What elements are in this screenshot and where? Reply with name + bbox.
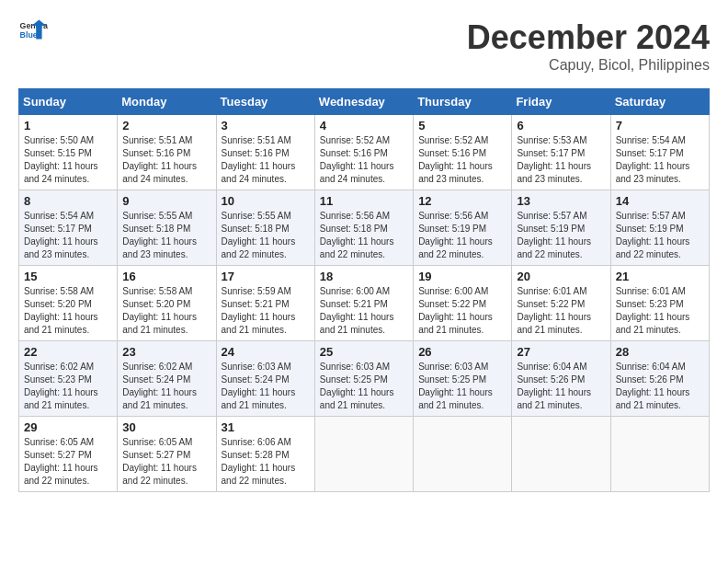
calendar-header-row: Sunday Monday Tuesday Wednesday Thursday… <box>19 89 710 115</box>
page-header: General Blue December 2024 Capuy, Bicol,… <box>18 18 710 74</box>
day-number: 11 <box>320 194 408 208</box>
day-number: 4 <box>320 119 408 132</box>
title-area: December 2024 Capuy, Bicol, Philippines <box>467 18 710 74</box>
day-number: 31 <box>222 420 310 434</box>
day-info: Sunrise: 5:58 AM Sunset: 5:20 PM Dayligh… <box>122 285 210 337</box>
day-info: Sunrise: 5:56 AM Sunset: 5:18 PM Dayligh… <box>320 210 408 261</box>
day-number: 22 <box>24 345 112 359</box>
day-info: Sunrise: 6:02 AM Sunset: 5:23 PM Dayligh… <box>24 361 112 412</box>
day-info: Sunrise: 5:57 AM Sunset: 5:19 PM Dayligh… <box>517 210 605 261</box>
day-number: 18 <box>320 270 408 283</box>
day-info: Sunrise: 5:50 AM Sunset: 5:15 PM Dayligh… <box>24 134 112 186</box>
day-info: Sunrise: 5:52 AM Sunset: 5:16 PM Dayligh… <box>418 134 506 186</box>
day-number: 8 <box>24 194 112 208</box>
calendar-cell-0-2: 3Sunrise: 5:51 AM Sunset: 5:16 PM Daylig… <box>216 115 314 190</box>
day-info: Sunrise: 6:03 AM Sunset: 5:25 PM Dayligh… <box>418 361 506 412</box>
calendar-cell-1-1: 9Sunrise: 5:55 AM Sunset: 5:18 PM Daylig… <box>118 190 216 266</box>
week-row-1: 8Sunrise: 5:54 AM Sunset: 5:17 PM Daylig… <box>19 190 710 266</box>
calendar-cell-4-6 <box>610 417 709 492</box>
day-number: 16 <box>122 270 210 283</box>
calendar-cell-4-1: 30Sunrise: 6:05 AM Sunset: 5:27 PM Dayli… <box>118 417 216 492</box>
day-number: 20 <box>517 270 605 283</box>
day-number: 17 <box>222 270 310 283</box>
day-info: Sunrise: 6:02 AM Sunset: 5:24 PM Dayligh… <box>122 361 210 412</box>
day-info: Sunrise: 6:03 AM Sunset: 5:24 PM Dayligh… <box>222 361 310 412</box>
calendar-cell-4-0: 29Sunrise: 6:05 AM Sunset: 5:27 PM Dayli… <box>19 417 118 492</box>
day-number: 13 <box>517 194 605 208</box>
day-info: Sunrise: 5:52 AM Sunset: 5:16 PM Dayligh… <box>320 134 408 186</box>
day-info: Sunrise: 5:51 AM Sunset: 5:16 PM Dayligh… <box>222 134 310 186</box>
calendar-cell-1-0: 8Sunrise: 5:54 AM Sunset: 5:17 PM Daylig… <box>19 190 118 266</box>
calendar-cell-3-1: 23Sunrise: 6:02 AM Sunset: 5:24 PM Dayli… <box>118 341 216 417</box>
calendar-cell-0-0: 1Sunrise: 5:50 AM Sunset: 5:15 PM Daylig… <box>19 115 118 190</box>
calendar-cell-1-5: 13Sunrise: 5:57 AM Sunset: 5:19 PM Dayli… <box>512 190 610 266</box>
calendar-cell-4-5 <box>512 417 610 492</box>
week-row-2: 15Sunrise: 5:58 AM Sunset: 5:20 PM Dayli… <box>19 266 710 341</box>
calendar-cell-3-2: 24Sunrise: 6:03 AM Sunset: 5:24 PM Dayli… <box>216 341 314 417</box>
day-number: 3 <box>222 119 310 132</box>
day-number: 27 <box>517 345 605 359</box>
calendar-cell-0-1: 2Sunrise: 5:51 AM Sunset: 5:16 PM Daylig… <box>118 115 216 190</box>
day-number: 1 <box>24 119 112 132</box>
calendar-cell-3-3: 25Sunrise: 6:03 AM Sunset: 5:25 PM Dayli… <box>314 341 413 417</box>
day-number: 14 <box>616 194 704 208</box>
day-info: Sunrise: 6:00 AM Sunset: 5:22 PM Dayligh… <box>418 285 506 337</box>
calendar-cell-1-2: 10Sunrise: 5:55 AM Sunset: 5:18 PM Dayli… <box>216 190 314 266</box>
calendar-cell-0-6: 7Sunrise: 5:54 AM Sunset: 5:17 PM Daylig… <box>610 115 709 190</box>
calendar-cell-2-5: 20Sunrise: 6:01 AM Sunset: 5:22 PM Dayli… <box>512 266 610 341</box>
calendar-cell-2-1: 16Sunrise: 5:58 AM Sunset: 5:20 PM Dayli… <box>118 266 216 341</box>
week-row-4: 29Sunrise: 6:05 AM Sunset: 5:27 PM Dayli… <box>19 417 710 492</box>
day-info: Sunrise: 6:00 AM Sunset: 5:21 PM Dayligh… <box>320 285 408 337</box>
day-info: Sunrise: 6:05 AM Sunset: 5:27 PM Dayligh… <box>122 436 210 488</box>
day-info: Sunrise: 5:55 AM Sunset: 5:18 PM Dayligh… <box>122 210 210 261</box>
calendar-table: Sunday Monday Tuesday Wednesday Thursday… <box>18 88 710 492</box>
day-number: 26 <box>418 345 506 359</box>
calendar-cell-1-4: 12Sunrise: 5:56 AM Sunset: 5:19 PM Dayli… <box>414 190 512 266</box>
day-number: 15 <box>24 270 112 283</box>
day-info: Sunrise: 5:51 AM Sunset: 5:16 PM Dayligh… <box>122 134 210 186</box>
day-info: Sunrise: 6:03 AM Sunset: 5:25 PM Dayligh… <box>320 361 408 412</box>
calendar-cell-3-0: 22Sunrise: 6:02 AM Sunset: 5:23 PM Dayli… <box>19 341 118 417</box>
calendar-cell-3-5: 27Sunrise: 6:04 AM Sunset: 5:26 PM Dayli… <box>512 341 610 417</box>
day-number: 25 <box>320 345 408 359</box>
logo: General Blue <box>18 18 48 44</box>
month-title: December 2024 <box>467 18 710 57</box>
header-saturday: Saturday <box>610 89 709 115</box>
svg-text:Blue: Blue <box>20 30 38 40</box>
calendar-cell-4-3 <box>314 417 413 492</box>
day-number: 19 <box>418 270 506 283</box>
calendar-cell-1-3: 11Sunrise: 5:56 AM Sunset: 5:18 PM Dayli… <box>314 190 413 266</box>
calendar-cell-4-4 <box>414 417 512 492</box>
day-info: Sunrise: 5:55 AM Sunset: 5:18 PM Dayligh… <box>222 210 310 261</box>
week-row-3: 22Sunrise: 6:02 AM Sunset: 5:23 PM Dayli… <box>19 341 710 417</box>
calendar-cell-3-4: 26Sunrise: 6:03 AM Sunset: 5:25 PM Dayli… <box>414 341 512 417</box>
day-info: Sunrise: 6:01 AM Sunset: 5:23 PM Dayligh… <box>616 285 704 337</box>
day-number: 28 <box>616 345 704 359</box>
week-row-0: 1Sunrise: 5:50 AM Sunset: 5:15 PM Daylig… <box>19 115 710 190</box>
header-monday: Monday <box>118 89 216 115</box>
header-thursday: Thursday <box>414 89 512 115</box>
day-number: 30 <box>122 420 210 434</box>
day-number: 24 <box>222 345 310 359</box>
day-number: 23 <box>122 345 210 359</box>
day-info: Sunrise: 5:58 AM Sunset: 5:20 PM Dayligh… <box>24 285 112 337</box>
day-number: 7 <box>616 119 704 132</box>
day-info: Sunrise: 6:06 AM Sunset: 5:28 PM Dayligh… <box>222 436 310 488</box>
calendar-cell-2-0: 15Sunrise: 5:58 AM Sunset: 5:20 PM Dayli… <box>19 266 118 341</box>
day-info: Sunrise: 5:59 AM Sunset: 5:21 PM Dayligh… <box>222 285 310 337</box>
day-info: Sunrise: 5:53 AM Sunset: 5:17 PM Dayligh… <box>517 134 605 186</box>
calendar-cell-4-2: 31Sunrise: 6:06 AM Sunset: 5:28 PM Dayli… <box>216 417 314 492</box>
day-info: Sunrise: 6:05 AM Sunset: 5:27 PM Dayligh… <box>24 436 112 488</box>
calendar-cell-2-6: 21Sunrise: 6:01 AM Sunset: 5:23 PM Dayli… <box>610 266 709 341</box>
calendar-cell-2-4: 19Sunrise: 6:00 AM Sunset: 5:22 PM Dayli… <box>414 266 512 341</box>
day-number: 6 <box>517 119 605 132</box>
day-number: 9 <box>122 194 210 208</box>
day-info: Sunrise: 5:54 AM Sunset: 5:17 PM Dayligh… <box>616 134 704 186</box>
header-tuesday: Tuesday <box>216 89 314 115</box>
calendar-cell-0-3: 4Sunrise: 5:52 AM Sunset: 5:16 PM Daylig… <box>314 115 413 190</box>
header-sunday: Sunday <box>19 89 118 115</box>
logo-icon: General Blue <box>18 18 48 44</box>
header-friday: Friday <box>512 89 610 115</box>
calendar-cell-0-5: 6Sunrise: 5:53 AM Sunset: 5:17 PM Daylig… <box>512 115 610 190</box>
day-info: Sunrise: 6:01 AM Sunset: 5:22 PM Dayligh… <box>517 285 605 337</box>
